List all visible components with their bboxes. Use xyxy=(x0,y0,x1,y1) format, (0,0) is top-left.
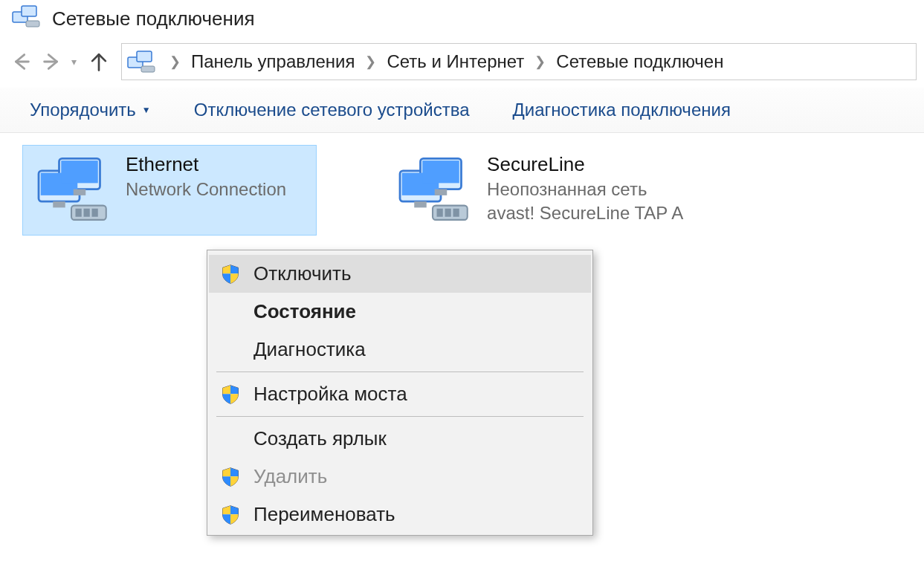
breadcrumb-part[interactable]: Сеть и Интернет xyxy=(387,51,524,72)
context-menu-item-create-shortcut[interactable]: Создать ярлык xyxy=(209,420,591,458)
content-area: Ethernet Network Connection SecureLine Н… xyxy=(0,133,924,247)
toolbar-organize[interactable]: Упорядочить ▼ xyxy=(30,100,151,120)
context-menu-label: Удалить xyxy=(253,465,327,488)
connection-status: Network Connection xyxy=(126,179,286,200)
context-menu-label: Состояние xyxy=(253,300,356,323)
context-menu-item-status[interactable]: Состояние xyxy=(209,293,591,331)
address-bar-icon xyxy=(123,50,159,74)
uac-shield-icon xyxy=(219,383,242,406)
menu-icon-spacer xyxy=(219,428,242,450)
toolbar-disable-device[interactable]: Отключение сетевого устройства xyxy=(194,100,470,120)
connection-name: SecureLine xyxy=(487,153,683,176)
context-menu-separator xyxy=(216,372,584,372)
toolbar-disable-device-label: Отключение сетевого устройства xyxy=(194,100,470,120)
context-menu-item-disable[interactable]: Отключить xyxy=(209,255,591,293)
uac-shield-icon xyxy=(219,466,242,488)
toolbar-diagnose-label: Диагностика подключения xyxy=(513,100,731,120)
toolbar-diagnose[interactable]: Диагностика подключения xyxy=(513,100,731,120)
chevron-right-icon: ❯ xyxy=(159,53,191,70)
nav-up-button[interactable] xyxy=(85,48,112,75)
nav-history-dropdown[interactable]: ▾ xyxy=(70,56,77,68)
uac-shield-icon xyxy=(219,504,242,526)
context-menu-separator xyxy=(216,416,584,417)
uac-shield-icon xyxy=(219,263,242,285)
context-menu-label: Настройка моста xyxy=(253,383,407,406)
context-menu-label: Переименовать xyxy=(253,503,395,526)
connection-status: Неопознанная сеть xyxy=(487,179,683,200)
nav-back-button[interactable] xyxy=(7,48,34,75)
nav-bar: ▾ ❯ Панель управления ❯ Сеть и Интернет … xyxy=(0,40,924,88)
caret-down-icon: ▼ xyxy=(142,105,151,115)
toolbar-organize-label: Упорядочить xyxy=(30,100,136,120)
network-adapter-icon xyxy=(30,153,112,227)
address-bar[interactable]: ❯ Панель управления ❯ Сеть и Интернет ❯ … xyxy=(121,43,917,80)
context-menu-item-delete: Удалить xyxy=(209,458,591,496)
network-adapter-icon xyxy=(392,153,474,227)
chevron-right-icon: ❯ xyxy=(524,53,556,70)
connection-device: avast! SecureLine TAP A xyxy=(487,203,683,224)
chevron-right-icon: ❯ xyxy=(355,53,387,70)
menu-icon-spacer xyxy=(219,301,242,323)
breadcrumb-part[interactable]: Сетевые подключен xyxy=(556,51,723,72)
context-menu-label: Отключить xyxy=(253,262,351,285)
window-icon xyxy=(10,4,42,33)
context-menu-item-rename[interactable]: Переименовать xyxy=(209,496,591,533)
titlebar: Сетевые подключения xyxy=(0,0,924,40)
context-menu-item-diagnose[interactable]: Диагностика xyxy=(209,331,591,369)
context-menu-label: Диагностика xyxy=(253,338,366,361)
context-menu-label: Создать ярлык xyxy=(253,427,387,450)
menu-icon-spacer xyxy=(219,339,242,361)
connection-item-ethernet[interactable]: Ethernet Network Connection xyxy=(22,145,317,236)
toolbar: Упорядочить ▼ Отключение сетевого устрой… xyxy=(0,88,924,133)
context-menu-item-bridge[interactable]: Настройка моста xyxy=(209,375,591,413)
breadcrumb-part[interactable]: Панель управления xyxy=(191,51,355,72)
nav-forward-button[interactable] xyxy=(39,48,65,75)
connection-item-secureline[interactable]: SecureLine Неопознанная сеть avast! Secu… xyxy=(384,145,714,236)
context-menu: Отключить Состояние Диагностика Настройк… xyxy=(207,250,593,536)
window-title: Сетевые подключения xyxy=(52,7,255,30)
connection-name: Ethernet xyxy=(126,153,286,176)
